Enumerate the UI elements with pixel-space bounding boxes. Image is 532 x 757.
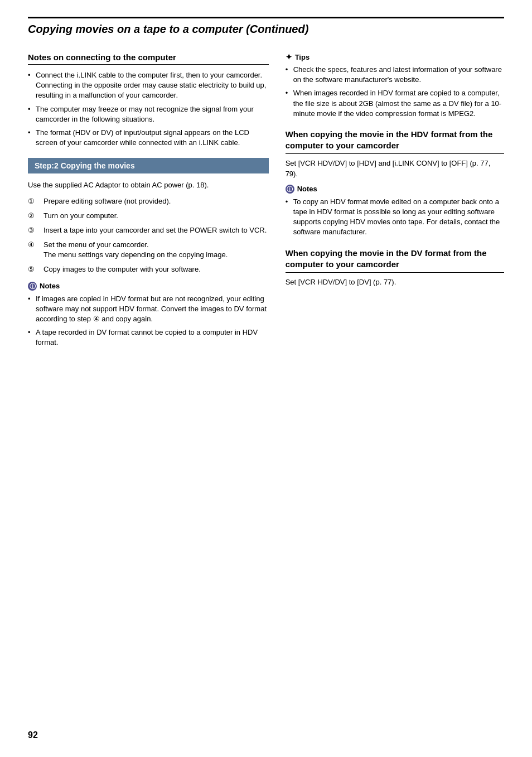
step-item-5: ⑤ Copy images to the computer with your …	[28, 264, 269, 274]
note-icon: ⓘ	[286, 185, 294, 194]
step-text: Copy images to the computer with your so…	[43, 264, 269, 274]
hdv-copy-title: When copying the movie in the HDV format…	[286, 129, 504, 155]
step-item-2: ② Turn on your computer.	[28, 211, 269, 221]
page: Copying movies on a tape to a computer (…	[0, 0, 532, 757]
list-item: A tape recorded in DV format cannot be c…	[28, 327, 269, 348]
hdv-notes-title: ⓘ Notes	[286, 185, 504, 194]
list-item: The format (HDV or DV) of input/output s…	[28, 128, 269, 148]
list-item: When images recorded in HDV format are c…	[286, 88, 504, 119]
page-title: Copying movies on a tape to a computer (…	[28, 23, 504, 36]
step-text: Insert a tape into your camcorder and se…	[43, 225, 269, 235]
list-item: Check the specs, features and latest inf…	[286, 65, 504, 85]
tips-list: Check the specs, features and latest inf…	[286, 65, 504, 119]
left-notes-section: ⓘ Notes If images are copied in HDV form…	[28, 282, 269, 348]
hdv-notes-section: ⓘ Notes To copy an HDV format movie edit…	[286, 185, 504, 238]
step-intro-text: Use the supplied AC Adaptor to obtain AC…	[28, 180, 269, 190]
list-item: If images are copied in HDV format but a…	[28, 294, 269, 325]
step-text: Prepare editing software (not provided).	[43, 196, 269, 206]
tips-title: ✦ Tips	[286, 52, 504, 61]
right-column: ✦ Tips Check the specs, features and lat…	[286, 52, 504, 354]
step-text: Set the menu of your camcorder.The menu …	[43, 240, 269, 260]
dv-copy-title: When copying the movie in the DV format …	[286, 248, 504, 273]
hdv-notes-label: Notes	[297, 185, 317, 193]
note-icon: ⓘ	[28, 282, 37, 291]
tips-section: ✦ Tips Check the specs, features and lat…	[286, 52, 504, 119]
step-text: Turn on your computer.	[43, 211, 269, 221]
left-notes-list: If images are copied in HDV format but a…	[28, 294, 269, 348]
notes-connecting-title: Notes on connecting to the computer	[28, 52, 269, 65]
tips-label: Tips	[295, 53, 310, 61]
step2-box: Step:2 Copying the movies	[28, 158, 269, 173]
page-number: 92	[28, 730, 38, 740]
hdv-notes-list: To copy an HDV format movie edited on a …	[286, 197, 504, 238]
hdv-copy-body: Set [VCR HDV/DV] to [HDV] and [i.LINK CO…	[286, 158, 504, 179]
step-number: ③	[28, 225, 39, 235]
list-item: To copy an HDV format movie edited on a …	[286, 197, 504, 238]
step-number: ④	[28, 240, 39, 250]
numbered-steps-list: ① Prepare editing software (not provided…	[28, 196, 269, 275]
tips-icon: ✦	[286, 52, 292, 61]
list-item: Connect the i.LINK cable to the computer…	[28, 70, 269, 101]
dv-copy-body: Set [VCR HDV/DV] to [DV] (p. 77).	[286, 277, 504, 287]
left-notes-label: Notes	[40, 282, 60, 290]
left-column: Notes on connecting to the computer Conn…	[28, 52, 269, 354]
step-item-4: ④ Set the menu of your camcorder.The men…	[28, 240, 269, 260]
two-column-layout: Notes on connecting to the computer Conn…	[28, 52, 504, 354]
left-notes-title: ⓘ Notes	[28, 282, 269, 291]
step-item-3: ③ Insert a tape into your camcorder and …	[28, 225, 269, 235]
hdv-copy-section: When copying the movie in the HDV format…	[286, 129, 504, 238]
list-item: The computer may freeze or may not recog…	[28, 104, 269, 124]
notes-connecting-list: Connect the i.LINK cable to the computer…	[28, 70, 269, 148]
page-header: Copying movies on a tape to a computer (…	[28, 17, 504, 36]
step-item-1: ① Prepare editing software (not provided…	[28, 196, 269, 206]
step-number: ⑤	[28, 264, 39, 274]
step-number: ①	[28, 196, 39, 206]
step-number: ②	[28, 211, 39, 221]
dv-copy-section: When copying the movie in the DV format …	[286, 248, 504, 288]
